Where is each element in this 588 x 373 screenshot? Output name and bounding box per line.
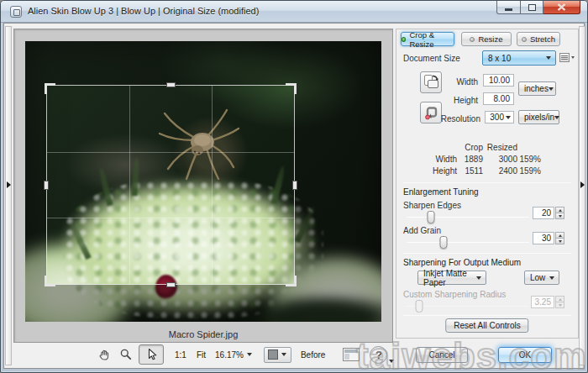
- pan-tool-button[interactable]: [93, 348, 115, 362]
- background-color-dropdown[interactable]: [264, 347, 291, 363]
- inactive-dot-icon: [470, 37, 475, 42]
- help-button[interactable]: ?: [370, 346, 387, 364]
- magnifier-icon: [119, 348, 133, 361]
- maximize-icon: [528, 4, 536, 11]
- resolution-combo[interactable]: 300: [485, 111, 514, 123]
- sharpen-edges-spinner[interactable]: 20: [533, 207, 564, 219]
- spinner-down-button: [555, 302, 564, 308]
- spinner-down-button[interactable]: [555, 239, 564, 244]
- enlargement-tuning-title: Enlargement Tuning: [403, 187, 479, 197]
- spinner-up-button[interactable]: [555, 232, 564, 239]
- add-grain-label: Add Grain: [403, 226, 441, 235]
- output-medium-select[interactable]: Inkjet Matte Paper: [417, 271, 486, 285]
- tab-label: Crop & Resize: [409, 30, 454, 49]
- right-panel-expander[interactable]: [579, 26, 585, 365]
- crop-handle-bottom[interactable]: [166, 282, 176, 287]
- ok-button[interactable]: OK: [498, 347, 552, 363]
- active-dot-icon: [402, 37, 406, 42]
- sharpen-edges-slider[interactable]: [407, 211, 529, 224]
- title-bar[interactable]: Alien Skin Blow Up 3 | Blow Up | Origina…: [1, 1, 587, 23]
- col-header-crop: Crop: [457, 142, 483, 153]
- sharpen-amount-select[interactable]: Low: [524, 271, 559, 285]
- list-icon: [559, 53, 570, 62]
- separator: [403, 182, 571, 183]
- zoom-tool-button[interactable]: [115, 348, 137, 361]
- height-label: Height: [438, 96, 478, 105]
- tab-stretch[interactable]: Stretch: [517, 32, 560, 46]
- crop-gridline: [47, 152, 294, 153]
- hand-icon: [97, 348, 112, 362]
- window-title: Alien Skin Blow Up 3 | Blow Up | Origina…: [28, 6, 259, 16]
- add-grain-slider[interactable]: [407, 236, 529, 250]
- chevron-down-icon: [549, 87, 554, 91]
- width-input[interactable]: 10.00: [483, 74, 514, 87]
- crop-height-value: 1511: [457, 165, 483, 176]
- crop-handle-top-right[interactable]: [286, 83, 297, 94]
- crop-box[interactable]: [46, 85, 295, 285]
- custom-radius-label: Custom Sharpening Radius: [403, 290, 506, 299]
- height-percent-value: 159%: [517, 165, 541, 176]
- crop-handle-top[interactable]: [166, 82, 176, 87]
- zoom-level-dropdown[interactable]: 16.17%: [212, 350, 255, 360]
- chevron-down-icon: [571, 56, 575, 59]
- crop-handle-top-left[interactable]: [45, 83, 55, 94]
- help-menu-arrow[interactable]: [389, 360, 394, 363]
- maximize-button[interactable]: [521, 1, 543, 14]
- swap-orientation-button[interactable]: [420, 71, 442, 93]
- crop-handle-bottom-left[interactable]: [45, 276, 55, 286]
- fit-button[interactable]: Fit: [194, 350, 208, 360]
- actual-size-button[interactable]: 1:1: [172, 350, 189, 360]
- add-grain-spinner[interactable]: 30: [533, 232, 564, 244]
- sharpen-edges-label: Sharpen Edges: [403, 201, 461, 210]
- crop-handle-left[interactable]: [44, 181, 49, 190]
- crop-gridline: [212, 86, 213, 284]
- select-tool-button[interactable]: [139, 344, 164, 365]
- height-input[interactable]: 8.00: [483, 92, 514, 105]
- separator: [403, 253, 571, 254]
- left-panel-expander[interactable]: [5, 26, 12, 365]
- app-window: Alien Skin Blow Up 3 | Blow Up | Origina…: [0, 0, 588, 373]
- minimize-button[interactable]: [496, 1, 521, 14]
- chevron-down-icon: [546, 56, 551, 60]
- preview-panel: Macro Spider.jpg: [13, 29, 393, 343]
- tab-label: Stretch: [530, 34, 555, 44]
- preset-menu-button[interactable]: [559, 53, 575, 62]
- separator: [403, 315, 571, 316]
- crop-handle-right[interactable]: [292, 181, 297, 190]
- custom-radius-spinner: 3.25: [531, 296, 564, 308]
- spinner-up-button: [555, 296, 564, 302]
- resized-height-value: 2400: [483, 165, 517, 176]
- panel-layout-button[interactable]: [343, 348, 360, 361]
- slider-thumb[interactable]: [439, 236, 447, 249]
- document-size-select[interactable]: 8 x 10: [482, 50, 556, 66]
- view-toolbar: 1:1 Fit 16.17% Before ?: [93, 344, 394, 365]
- chevron-down-icon: [554, 116, 559, 119]
- crop-width-value: 1889: [457, 154, 483, 165]
- spinner-down-button[interactable]: [555, 213, 564, 219]
- resolution-label: Resolution: [433, 114, 480, 123]
- row-label: Height: [396, 165, 457, 176]
- chevron-down-icon: [247, 353, 252, 356]
- cancel-button[interactable]: Cancel: [416, 347, 468, 363]
- tab-label: Resize: [478, 34, 502, 44]
- reset-all-controls-button[interactable]: Reset All Controls: [445, 318, 528, 333]
- spinner-up-button[interactable]: [555, 207, 564, 213]
- output-sharpening-title: Sharpening For Output Medium: [403, 258, 521, 267]
- row-label: Width: [396, 154, 457, 165]
- crop-handle-bottom-right[interactable]: [286, 276, 297, 286]
- tab-crop-resize[interactable]: Crop & Resize: [401, 32, 454, 46]
- resized-width-value: 3000: [483, 154, 517, 165]
- custom-radius-slider: [407, 300, 529, 313]
- crop-gridline: [47, 218, 294, 218]
- close-button[interactable]: [543, 1, 580, 14]
- slider-thumb: [415, 300, 423, 313]
- before-toggle[interactable]: Before: [298, 350, 328, 360]
- slider-thumb[interactable]: [428, 211, 435, 223]
- col-header-resized: Resized: [483, 142, 517, 153]
- resolution-units-select[interactable]: pixels/in: [518, 110, 559, 124]
- units-select[interactable]: inches: [518, 81, 556, 96]
- close-icon: [557, 3, 566, 11]
- tab-resize[interactable]: Resize: [461, 32, 512, 46]
- rotate-pages-icon: [422, 73, 440, 92]
- minimize-icon: [505, 8, 512, 11]
